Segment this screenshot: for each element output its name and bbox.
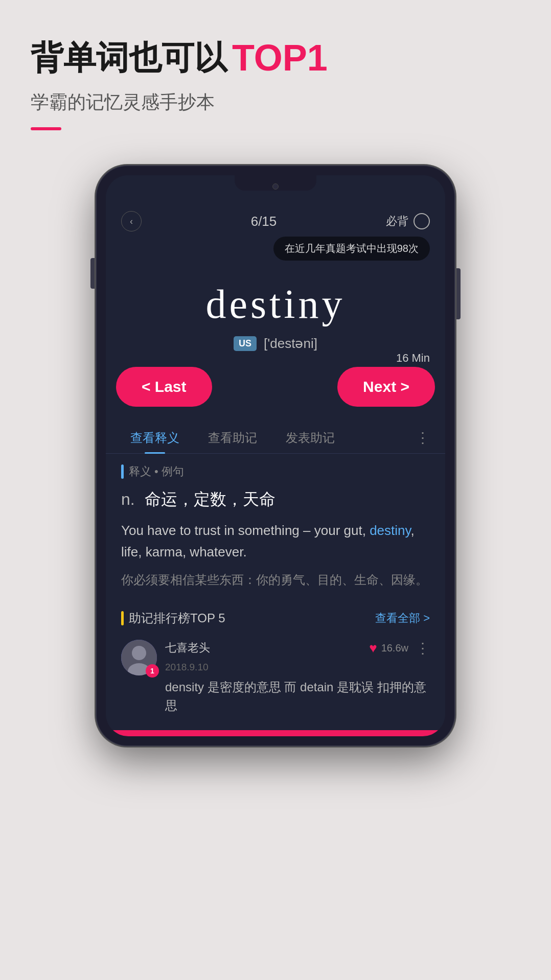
time-badge: 16 Min: [396, 352, 430, 365]
view-all-label: 查看全部: [375, 611, 420, 626]
phone-notch-bar: [106, 175, 445, 201]
top-bar: ‹ 6/15 必背: [106, 201, 445, 237]
next-button[interactable]: Next >: [337, 367, 435, 407]
must-memorize-label: 必背: [386, 214, 408, 229]
like-count: 16.6w: [381, 642, 408, 654]
nav-buttons-row: 16 Min < Last Next >: [106, 357, 445, 417]
page-background: 背单词也可以 TOP1 学霸的记忆灵感手抄本 ‹: [0, 0, 551, 980]
definition-pos: n.: [121, 490, 135, 508]
example-en: You have to trust in something – your gu…: [121, 520, 430, 563]
section-label-text: 释义 • 例句: [129, 464, 184, 479]
screen-content: ‹ 6/15 必背 在近几年真题考试中出现98次 des: [106, 201, 445, 736]
example-cn: 你必须要相信某些东西：你的勇气、目的、生命、因缘。: [121, 570, 430, 590]
phone-camera: [272, 183, 279, 190]
tab-bar: 查看释义 查看助记 发表助记 ⋮: [106, 417, 445, 454]
view-all-button[interactable]: 查看全部 >: [375, 611, 430, 626]
must-memorize-circle[interactable]: [414, 213, 430, 229]
header-divider: [31, 127, 61, 130]
mnemonic-bar: [121, 611, 124, 625]
card-date: 2018.9.10: [165, 662, 430, 673]
rank-badge: 1: [146, 664, 159, 678]
mnemonic-title-row: 助记排行榜TOP 5: [121, 610, 225, 626]
word-section: destiny US ['destəni]: [106, 271, 445, 357]
phone-inner: ‹ 6/15 必背 在近几年真题考试中出现98次 des: [106, 175, 445, 736]
pronunciation-row: US ['destəni]: [121, 336, 430, 352]
last-button[interactable]: < Last: [116, 367, 212, 407]
tab-mnemonic[interactable]: 查看助记: [194, 423, 271, 453]
must-memorize: 必背: [386, 213, 430, 229]
section-label-bar: [121, 464, 124, 479]
tab-post-mnemonic-label: 发表助记: [286, 431, 335, 445]
phone-outer: ‹ 6/15 必背 在近几年真题考试中出现98次 des: [97, 166, 454, 745]
definition-meaning: 命运，定数，天命: [145, 490, 276, 508]
tab-more-button[interactable]: ⋮: [410, 422, 435, 453]
header-subtitle: 学霸的记忆灵感手抄本: [31, 90, 520, 115]
pink-bottom-accent: [106, 730, 445, 736]
avatar-wrapper: 1: [121, 640, 157, 675]
header-title-highlight: TOP1: [232, 36, 328, 80]
main-word: destiny: [121, 281, 430, 328]
badge-container: 在近几年真题考试中出现98次: [106, 237, 445, 271]
heart-icon: ♥: [369, 640, 377, 656]
back-icon: ‹: [130, 216, 133, 227]
progress-text: 6/15: [251, 214, 277, 229]
back-button[interactable]: ‹: [121, 211, 142, 231]
exam-badge: 在近几年真题考试中出现98次: [273, 237, 430, 261]
card-actions: ♥ 16.6w ⋮: [369, 640, 430, 657]
definition-cn: n. 命运，定数，天命: [121, 488, 430, 511]
tab-more-icon: ⋮: [416, 430, 430, 446]
example-en-before: You have to trust in something – your gu…: [121, 523, 370, 538]
chevron-right-icon: >: [423, 612, 430, 625]
header-area: 背单词也可以 TOP1 学霸的记忆灵感手抄本: [0, 0, 551, 151]
us-badge: US: [234, 336, 257, 351]
tab-mnemonic-label: 查看助记: [208, 431, 257, 445]
mnemonic-section: 助记排行榜TOP 5 查看全部 >: [106, 610, 445, 730]
mnemonic-header: 助记排行榜TOP 5 查看全部 >: [121, 610, 430, 626]
tab-definition[interactable]: 查看释义: [116, 423, 194, 453]
header-title: 背单词也可以 TOP1: [31, 36, 520, 80]
tab-post-mnemonic[interactable]: 发表助记: [271, 423, 349, 453]
mnemonic-card: 1 七喜老头 ♥ 16.6w: [121, 635, 430, 720]
last-label: < Last: [142, 378, 187, 395]
next-label: Next >: [363, 378, 409, 395]
card-username: 七喜老头: [165, 640, 210, 656]
definition-section: 释义 • 例句 n. 命运，定数，天命 You have to trust in…: [106, 454, 445, 610]
phone-wrapper: ‹ 6/15 必背 在近几年真题考试中出现98次 des: [0, 166, 551, 745]
like-row[interactable]: ♥ 16.6w: [369, 640, 408, 656]
card-content: 七喜老头 ♥ 16.6w ⋮ 2018.9.1: [165, 640, 430, 715]
card-text: density 是密度的意思 而 detain 是耽误 扣押的意思: [165, 678, 430, 715]
more-options-icon[interactable]: ⋮: [416, 640, 430, 657]
mnemonic-title: 助记排行榜TOP 5: [129, 610, 225, 626]
tab-definition-label: 查看释义: [130, 431, 179, 445]
example-en-highlight: destiny: [370, 523, 410, 538]
card-meta: 七喜老头 ♥ 16.6w ⋮: [165, 640, 430, 657]
section-label: 释义 • 例句: [121, 464, 430, 479]
header-title-text: 背单词也可以: [31, 38, 227, 78]
svg-point-1: [132, 646, 146, 660]
phonetic: ['destəni]: [264, 336, 317, 352]
